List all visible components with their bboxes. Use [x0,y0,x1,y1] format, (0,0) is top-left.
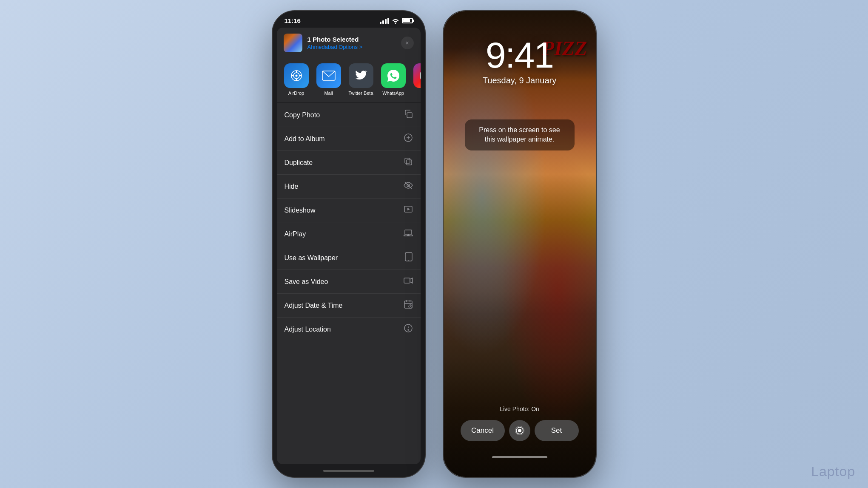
close-button[interactable]: × [401,37,414,49]
svg-marker-25 [410,278,413,283]
svg-point-36 [518,429,521,432]
twitter-icon [349,63,373,88]
phone-right: PIZZ 9:41 Tuesday, 9 January Press on th… [443,10,597,478]
svg-marker-20 [407,208,410,210]
airplay-label: AirPlay [285,230,306,238]
whatsapp-label: WhatsApp [382,91,404,96]
live-photo-toggle-button[interactable] [509,420,530,441]
menu-container: Copy Photo Add to Album [277,103,421,464]
svg-rect-16 [405,158,410,163]
lock-screen-content: 9:41 Tuesday, 9 January Press on the scr… [444,11,596,477]
svg-rect-11 [407,113,412,118]
share-header-text: 1 Photo Selected Ahmedabad Options > [307,36,396,50]
app-whatsapp[interactable]: WhatsApp [378,63,409,96]
slideshow-item[interactable]: Slideshow [277,199,421,222]
share-location: Ahmedabad [307,44,337,50]
adjust-location-label: Adjust Location [285,326,331,333]
duplicate-item[interactable]: Duplicate [277,151,421,175]
wallpaper-icon [404,252,413,264]
airplay-icon [404,228,413,240]
instagram-icon [413,63,421,88]
app-mail[interactable]: Mail [313,63,344,96]
lock-time: 9:41 [452,37,587,73]
share-header: 1 Photo Selected Ahmedabad Options > × [277,28,421,57]
adjust-location-item[interactable]: Adjust Location [277,318,421,341]
adjust-date-time-item[interactable]: Adjust Date & Time [277,294,421,318]
save-as-video-label: Save as Video [285,278,328,286]
app-twitter[interactable]: Twitter Beta [346,63,376,96]
airplay-item[interactable]: AirPlay [277,222,421,246]
add-to-album-icon [404,133,413,145]
adjust-location-icon [404,323,413,335]
wallpaper-action-bar: Cancel Set [452,420,587,441]
svg-rect-24 [404,278,410,283]
home-indicator-left [273,464,425,477]
set-button[interactable]: Set [535,420,579,441]
live-photo-status: Live Photo: On [452,406,587,412]
photo-thumbnail [284,34,302,52]
twitter-label: Twitter Beta [348,91,373,96]
phone-left: 11:16 1 Photo Selected Ahmedabad Opti [272,10,426,478]
save-as-video-item[interactable]: Save as Video [277,270,421,294]
wallpaper-background: PIZZ 9:41 Tuesday, 9 January Press on th… [444,11,596,477]
cancel-button[interactable]: Cancel [461,420,505,441]
copy-photo-icon [404,109,413,121]
airdrop-icon [284,63,309,88]
status-bar-right [380,18,413,24]
app-instagram[interactable]: Ins [410,63,421,96]
adjust-date-time-label: Adjust Date & Time [285,302,343,309]
use-as-wallpaper-label: Use as Wallpaper [285,254,338,262]
hide-item[interactable]: Hide [277,175,421,199]
share-apps-row: AirDrop Mail Twitter Beta [277,57,421,102]
share-title: 1 Photo Selected [307,36,396,43]
use-as-wallpaper-item[interactable]: Use as Wallpaper [277,246,421,270]
signal-icon [380,18,389,24]
hide-icon [404,181,413,192]
airdrop-label: AirDrop [288,91,304,96]
add-to-album-label: Add to Album [285,135,325,143]
hide-label: Hide [285,183,299,190]
copy-photo-label: Copy Photo [285,111,320,119]
animate-hint: Press on the screen to seethis wallpaper… [465,119,575,150]
adjust-date-time-icon [404,300,413,311]
lock-date: Tuesday, 9 January [452,76,587,85]
whatsapp-icon [381,63,406,88]
svg-point-2 [295,75,297,77]
share-subtitle: Ahmedabad Options > [307,44,396,50]
app-airdrop[interactable]: AirDrop [281,63,312,96]
status-time: 11:16 [285,17,301,24]
status-bar: 11:16 [273,11,425,28]
slideshow-label: Slideshow [285,207,316,214]
duplicate-icon [404,157,413,168]
watermark: Laptop [811,464,855,479]
mail-label: Mail [324,91,333,96]
add-to-album-item[interactable]: Add to Album [277,127,421,151]
svg-point-35 [408,329,409,330]
home-indicator-right [452,450,587,464]
copy-photo-item[interactable]: Copy Photo [277,103,421,127]
share-options-link[interactable]: Options > [339,44,362,50]
battery-icon [402,18,413,23]
phones-container: 11:16 1 Photo Selected Ahmedabad Opti [272,10,597,478]
duplicate-label: Duplicate [285,159,313,167]
animate-hint-text: Press on the screen to seethis wallpaper… [479,126,560,143]
wifi-icon [392,18,399,24]
mail-icon [316,63,341,88]
svg-rect-15 [407,160,412,165]
slideshow-icon [404,204,413,216]
save-as-video-icon [404,276,413,287]
